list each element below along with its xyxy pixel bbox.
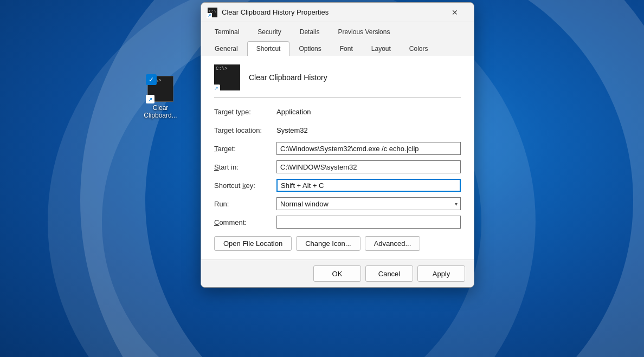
tab-terminal[interactable]: Terminal	[205, 24, 248, 39]
tab-previous-versions[interactable]: Previous Versions	[329, 24, 399, 39]
title-bar: C:\ ↗ Clear Clipboard History Properties…	[201, 3, 474, 22]
icon-arrow-badge: ↗	[212, 85, 220, 92]
desktop-icon-clear-clipboard[interactable]: C:\> ✓ ↗ Clear Clipboard...	[141, 76, 180, 119]
desktop: C:\> ✓ ↗ Clear Clipboard... C:\ ↗ Clear …	[0, 0, 644, 357]
action-buttons: Open File Location Change Icon... Advanc…	[214, 236, 461, 251]
open-file-location-button[interactable]: Open File Location	[214, 236, 292, 251]
target-location-row: Target location: System32	[214, 124, 461, 137]
start-in-row: Start in:	[214, 160, 461, 173]
tab-options[interactable]: Options	[289, 41, 330, 56]
target-label: Target:	[214, 145, 276, 153]
target-input[interactable]	[276, 142, 461, 155]
desktop-icon-image: C:\> ✓ ↗	[147, 76, 173, 102]
target-location-value: System32	[276, 126, 308, 134]
ok-button[interactable]: OK	[313, 265, 361, 282]
title-bar-icon: C:\ ↗	[208, 8, 217, 17]
comment-input[interactable]	[276, 216, 461, 229]
run-label: Run:	[214, 200, 276, 208]
dialog-footer: OK Cancel Apply	[201, 259, 474, 287]
shortcut-display-name: Clear Clipboard History	[249, 73, 327, 82]
shortcut-key-row: Shortcut key:	[214, 179, 461, 192]
title-shortcut-arrow: ↗	[207, 13, 212, 18]
shortcut-arrow-badge: ↗	[146, 95, 154, 103]
target-type-label: Target type:	[214, 108, 276, 116]
tab-security[interactable]: Security	[248, 24, 290, 39]
start-in-input[interactable]	[276, 160, 461, 173]
comment-row: Comment:	[214, 216, 461, 229]
tab-colors[interactable]: Colors	[400, 41, 437, 56]
tab-font[interactable]: Font	[331, 41, 362, 56]
target-type-row: Target type: Application	[214, 105, 461, 118]
desktop-icon-label: Clear Clipboard...	[141, 104, 180, 119]
tabs-row-2: General Shortcut Options Font Layout Col…	[205, 39, 469, 56]
close-button[interactable]: ✕	[442, 4, 467, 21]
checkmark-badge: ✓	[146, 74, 157, 85]
tab-layout[interactable]: Layout	[362, 41, 400, 56]
tabs-row-1: Terminal Security Details Previous Versi…	[205, 22, 469, 39]
shortcut-key-input[interactable]	[276, 179, 461, 192]
tab-shortcut[interactable]: Shortcut	[247, 41, 290, 56]
shortcut-icon: C:\> ↗	[214, 64, 240, 90]
tab-general[interactable]: General	[205, 41, 247, 56]
run-select-wrapper: Normal window Minimized Maximized ▾	[276, 197, 461, 210]
cancel-button[interactable]: Cancel	[365, 265, 413, 282]
target-location-label: Target location:	[214, 126, 276, 134]
change-icon-button[interactable]: Change Icon...	[296, 236, 360, 251]
apply-button[interactable]: Apply	[417, 265, 465, 282]
start-in-label: Start in:	[214, 163, 276, 171]
tab-details[interactable]: Details	[291, 24, 329, 39]
properties-dialog: C:\ ↗ Clear Clipboard History Properties…	[201, 2, 474, 288]
title-bar-controls: ✕	[442, 4, 467, 21]
target-type-value: Application	[276, 108, 311, 116]
shortcut-header: C:\> ↗ Clear Clipboard History	[214, 64, 461, 98]
shortcut-key-label: Shortcut key:	[214, 181, 276, 190]
run-select[interactable]: Normal window Minimized Maximized	[276, 197, 461, 210]
advanced-button[interactable]: Advanced...	[365, 236, 421, 251]
dialog-content: C:\> ↗ Clear Clipboard History Target ty…	[201, 56, 474, 259]
target-row: Target:	[214, 142, 461, 155]
tabs-container: Terminal Security Details Previous Versi…	[201, 22, 474, 56]
comment-label: Comment:	[214, 218, 276, 226]
run-row: Run: Normal window Minimized Maximized ▾	[214, 197, 461, 210]
dialog-title: Clear Clipboard History Properties	[222, 8, 442, 16]
